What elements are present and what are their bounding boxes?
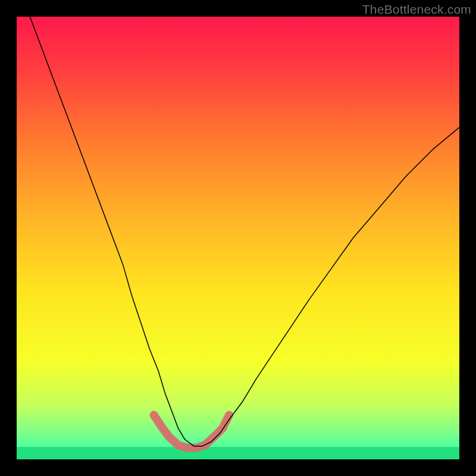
plot-area [17,17,459,459]
gradient-background [17,17,459,459]
watermark-text: TheBottleneck.com [362,2,471,17]
chart-frame: TheBottleneck.com [0,0,476,476]
chart-svg [17,17,459,459]
green-band [17,447,459,459]
